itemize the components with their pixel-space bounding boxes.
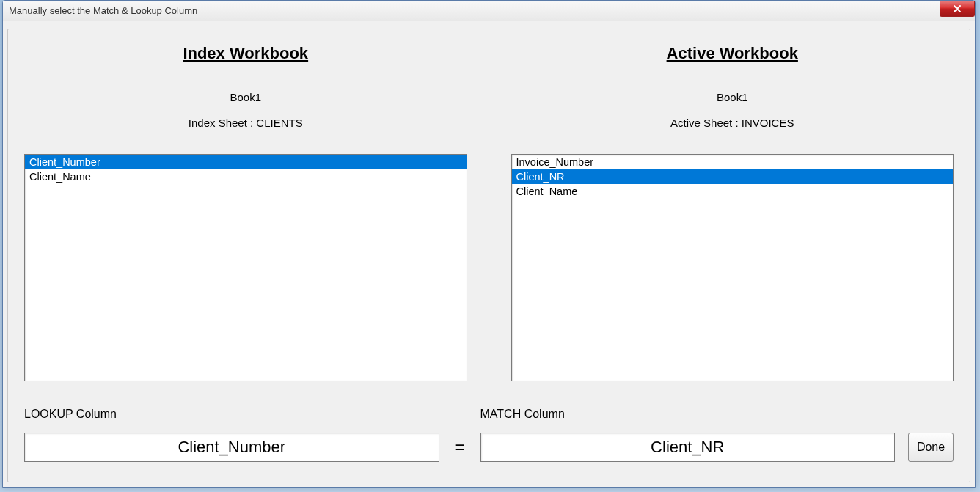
active-column: Active Workbook Book1 Active Sheet : INV…	[511, 44, 954, 381]
list-item[interactable]: Client_Number	[25, 155, 467, 169]
equals-sign: =	[445, 437, 475, 462]
active-workbook-name: Book1	[717, 91, 748, 103]
lookup-value-box: Client_Number	[24, 433, 439, 462]
lookup-section: LOOKUP Column Client_Number	[24, 408, 439, 462]
close-icon	[953, 4, 962, 13]
list-item[interactable]: Invoice_Number	[512, 155, 954, 169]
dialog-window: Manually select the Match & Lookup Colum…	[2, 0, 976, 488]
index-heading: Index Workbook	[183, 44, 308, 63]
list-item[interactable]: Client_Name	[25, 169, 467, 184]
inner-panel: Index Workbook Book1 Index Sheet : CLIEN…	[7, 29, 970, 482]
match-section: MATCH Column Client_NR	[480, 408, 896, 462]
bottom-row: LOOKUP Column Client_Number = MATCH Colu…	[24, 408, 954, 462]
match-label: MATCH Column	[480, 408, 896, 421]
match-value-box: Client_NR	[480, 433, 896, 462]
titlebar[interactable]: Manually select the Match & Lookup Colum…	[3, 1, 975, 21]
list-item[interactable]: Client_Name	[512, 184, 954, 199]
content-area: Index Workbook Book1 Index Sheet : CLIEN…	[3, 21, 975, 487]
index-column: Index Workbook Book1 Index Sheet : CLIEN…	[24, 44, 467, 381]
window-title: Manually select the Match & Lookup Colum…	[9, 5, 197, 16]
index-sheet-label: Index Sheet : CLIENTS	[189, 117, 303, 129]
lookup-label: LOOKUP Column	[24, 408, 439, 421]
active-sheet-label: Active Sheet : INVOICES	[670, 117, 794, 129]
index-workbook-name: Book1	[230, 91, 261, 103]
close-button[interactable]	[940, 1, 975, 17]
list-item[interactable]: Client_NR	[512, 169, 954, 184]
done-button[interactable]: Done	[908, 433, 954, 462]
columns-row: Index Workbook Book1 Index Sheet : CLIEN…	[24, 44, 954, 381]
active-listbox[interactable]: Invoice_NumberClient_NRClient_Name	[511, 154, 954, 381]
index-listbox[interactable]: Client_NumberClient_Name	[24, 154, 467, 381]
active-heading: Active Workbook	[667, 44, 798, 63]
